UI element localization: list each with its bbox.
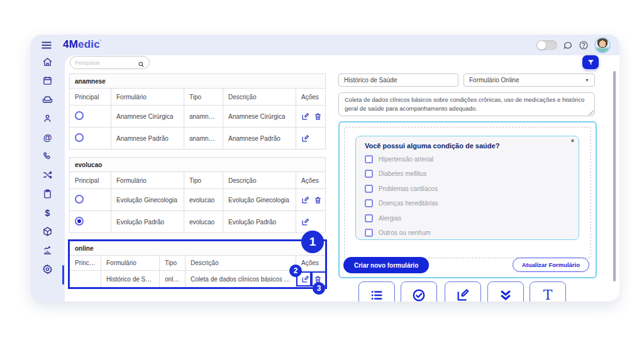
option-label: Doenças hereditárias bbox=[379, 200, 438, 207]
user-avatar[interactable] bbox=[594, 37, 611, 53]
email-icon[interactable]: @ bbox=[42, 132, 53, 143]
form-name-cell: Histórico de Saúde bbox=[101, 271, 160, 288]
col-header: Principal bbox=[70, 172, 111, 189]
clipboard-icon[interactable] bbox=[42, 188, 53, 199]
option-checkbox[interactable] bbox=[365, 170, 373, 178]
edit-action-button[interactable] bbox=[301, 112, 309, 121]
settings-icon[interactable] bbox=[42, 264, 53, 275]
form-desc-cell: Evolução Padrão bbox=[223, 211, 296, 233]
form-name-cell: Anamnese Padrão bbox=[111, 128, 184, 150]
col-header: Formulário bbox=[111, 89, 184, 106]
form-name-cell: Evolução Ginecologia bbox=[111, 189, 184, 211]
app-logo: 4Medic' bbox=[63, 38, 101, 51]
double-chevron-down-icon bbox=[499, 288, 513, 302]
col-header: Tipo bbox=[160, 256, 186, 271]
home-icon[interactable] bbox=[42, 57, 53, 67]
package-icon[interactable] bbox=[42, 226, 53, 237]
form-type-cell: anamnese bbox=[184, 128, 223, 150]
form-type-value: Formulário Online bbox=[469, 77, 519, 84]
option-label: Hipertensão arterial bbox=[379, 156, 433, 163]
option-row: Problemas cardíacos bbox=[365, 184, 570, 193]
form-type-cell: anamnese bbox=[184, 106, 223, 128]
filter-button[interactable] bbox=[582, 55, 599, 69]
principal-radio[interactable] bbox=[75, 195, 84, 204]
option-checkbox[interactable] bbox=[365, 199, 373, 207]
edit-action-button[interactable] bbox=[301, 196, 309, 204]
create-form-button[interactable]: Criar novo formulário bbox=[343, 257, 429, 273]
form-type-cell: evolucao bbox=[184, 211, 223, 233]
option-label: Alergias bbox=[379, 215, 401, 222]
form-name-cell: Evolução Padrão bbox=[111, 211, 184, 233]
col-header: Descrição bbox=[223, 89, 296, 106]
col-header: Formulário bbox=[101, 256, 160, 271]
table-row: Anamnese Cirúrgica anamnese Anamnese Cir… bbox=[70, 106, 326, 128]
theme-toggle[interactable] bbox=[536, 40, 557, 50]
toolbar-move-down-button[interactable] bbox=[487, 281, 524, 302]
table-title: anamnese bbox=[70, 74, 326, 89]
app-window: 4Medic' @ $ bbox=[30, 35, 619, 302]
menu-icon[interactable] bbox=[41, 40, 52, 53]
question-card: × Você possui alguma condição de saúde? … bbox=[355, 136, 579, 240]
option-row: Outros ou nenhum bbox=[365, 229, 570, 237]
help-icon[interactable] bbox=[579, 40, 589, 50]
principal-radio[interactable] bbox=[75, 111, 84, 120]
annotation-badge-1: 1 bbox=[301, 231, 324, 253]
edit-action-button[interactable] bbox=[301, 218, 309, 226]
edit-action-button[interactable] bbox=[301, 134, 309, 143]
analytics-icon[interactable] bbox=[42, 245, 53, 256]
option-checkbox[interactable] bbox=[365, 214, 373, 222]
phone-icon[interactable] bbox=[42, 151, 53, 161]
toolbar-check-button[interactable] bbox=[401, 281, 437, 302]
toolbar-edit-button[interactable] bbox=[445, 281, 481, 302]
principal-radio-selected[interactable] bbox=[75, 217, 84, 226]
option-checkbox[interactable] bbox=[365, 229, 373, 237]
anamnese-table: anamnese Principal Formulário Tipo Descr… bbox=[69, 74, 326, 150]
form-description-textarea[interactable]: Coleta de dados clínicos básicos sobre c… bbox=[338, 92, 595, 116]
scrollbar[interactable] bbox=[613, 71, 616, 281]
col-header: Principal bbox=[70, 256, 101, 271]
delete-action-button[interactable] bbox=[314, 196, 322, 204]
form-type-select[interactable]: Formulário Online ▼ bbox=[464, 74, 595, 87]
topbar: 4Medic' bbox=[30, 35, 619, 55]
table-title: online bbox=[70, 241, 326, 256]
annotation-badge-2: 2 bbox=[289, 264, 302, 277]
search-bar bbox=[70, 56, 150, 69]
person-icon[interactable] bbox=[42, 113, 53, 124]
table-row: Evolução Ginecologia evolucao Evolução G… bbox=[70, 189, 326, 211]
option-row: Alergias bbox=[365, 214, 570, 222]
form-name-input[interactable] bbox=[338, 74, 458, 87]
col-header: Tipo bbox=[184, 89, 223, 106]
option-checkbox[interactable] bbox=[365, 155, 373, 163]
billing-icon[interactable]: $ bbox=[42, 207, 53, 218]
update-form-button[interactable]: Atualizar Formulário bbox=[513, 258, 589, 272]
toolbar-list-button[interactable] bbox=[358, 281, 395, 302]
chevron-down-icon: ▼ bbox=[585, 78, 589, 82]
principal-radio[interactable] bbox=[75, 133, 84, 142]
option-checkbox[interactable] bbox=[365, 185, 373, 193]
close-icon[interactable]: × bbox=[571, 138, 574, 144]
chat-icon[interactable] bbox=[563, 40, 573, 50]
delete-action-button[interactable] bbox=[314, 112, 322, 121]
annotation-badge-3: 3 bbox=[313, 282, 325, 295]
sofa-icon[interactable] bbox=[42, 94, 53, 105]
table-row: Histórico de Saúde online Coleta de dado… bbox=[70, 271, 326, 288]
shuffle-icon[interactable] bbox=[42, 170, 53, 180]
edit-square-icon bbox=[456, 288, 470, 302]
topbar-actions bbox=[536, 35, 611, 55]
check-circle-icon bbox=[412, 288, 426, 302]
col-header: Principal bbox=[70, 89, 111, 106]
toolbar-text-button[interactable]: T bbox=[530, 281, 566, 302]
table-row: Evolução Padrão evolucao Evolução Padrão bbox=[70, 211, 326, 233]
edit-action-button[interactable] bbox=[301, 275, 309, 283]
option-label: Diabetes mellitus bbox=[379, 170, 426, 177]
form-name-cell: Anamnese Cirúrgica bbox=[111, 106, 184, 128]
table-row: Anamnese Padrão anamnese Anamnese Padrão bbox=[70, 128, 326, 150]
funnel-icon bbox=[587, 58, 595, 67]
search-input[interactable] bbox=[75, 60, 138, 66]
form-desc-cell: Evolução Ginecologia bbox=[223, 189, 296, 211]
form-builder-panel: × Você possui alguma condição de saúde? … bbox=[338, 121, 597, 278]
question-title: Você possui alguma condição de saúde? bbox=[365, 142, 570, 150]
calendar-icon[interactable] bbox=[42, 75, 53, 86]
evolucao-table: evolucao Principal Formulário Tipo Descr… bbox=[69, 157, 326, 233]
list-icon bbox=[370, 288, 384, 302]
